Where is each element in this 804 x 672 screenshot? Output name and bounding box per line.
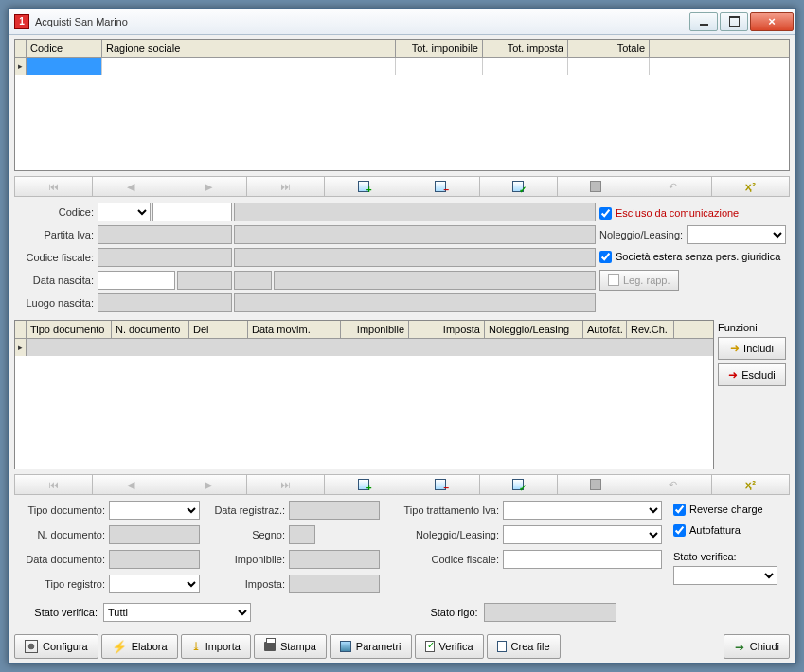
col-totale[interactable]: Totale [568, 40, 650, 57]
main-window: 1 Acquisti San Marino × Codice Ragione s… [8, 8, 796, 664]
escluso-row: Escluso da comunicazione [599, 203, 786, 222]
col-revch[interactable]: Rev.Ch. [627, 321, 674, 338]
nav-last-button[interactable]: ⏭ [246, 474, 324, 495]
data-registraz-input[interactable] [289, 501, 380, 520]
stato-verifica-filter-select[interactable]: Tutti [103, 603, 251, 622]
grid-top-body[interactable]: ▸ [15, 58, 789, 170]
cell-codice[interactable] [27, 58, 102, 75]
nav-next-button[interactable]: ▶ [170, 474, 247, 495]
codice-fiscale-input-2[interactable] [503, 550, 662, 569]
nav-delete-button[interactable] [402, 474, 479, 495]
refresh-icon: ҳ² [745, 181, 756, 193]
table-row[interactable]: ▸ [15, 58, 789, 75]
nav-edit-button[interactable] [479, 474, 557, 495]
col-tot-imposta[interactable]: Tot. imposta [483, 40, 568, 57]
nav-last-button[interactable]: ⏭ [246, 176, 324, 197]
cell-totale[interactable] [568, 58, 650, 75]
noleggio-leasing-select-2[interactable] [503, 525, 662, 544]
col-imponibile[interactable]: Imponibile [341, 321, 409, 338]
file-icon [497, 641, 507, 652]
nav-refresh-button[interactable]: ҳ² [711, 474, 790, 495]
col-tot-imponibile[interactable]: Tot. imponibile [396, 40, 483, 57]
configura-button[interactable]: Configura [14, 634, 98, 659]
nav-insert-button[interactable] [324, 474, 402, 495]
tipo-documento-select[interactable] [109, 501, 200, 520]
segno-label: Segno: [205, 529, 289, 540]
app-icon: 1 [14, 14, 29, 29]
nav-prev-button[interactable]: ◀ [92, 176, 170, 197]
verifica-button[interactable]: Verifica [415, 634, 484, 659]
leg-rapp-button[interactable]: Leg. rapp. [599, 270, 679, 291]
cell-ragione-sociale[interactable] [102, 58, 396, 75]
escluso-checkbox[interactable] [599, 207, 612, 220]
nav-cancel-button[interactable]: ↶ [634, 176, 711, 197]
nav-save-button[interactable] [557, 474, 634, 495]
elabora-button[interactable]: ⚡Elabora [101, 634, 178, 659]
imponibile-input[interactable] [289, 550, 380, 569]
partita-iva-desc [234, 225, 596, 244]
nav-delete-button[interactable] [402, 176, 479, 197]
grid-top[interactable]: Codice Ragione sociale Tot. imponibile T… [14, 39, 790, 171]
col-tipo-documento[interactable]: Tipo documento [27, 321, 112, 338]
nav-insert-button[interactable] [324, 176, 402, 197]
imposta-input[interactable] [289, 575, 380, 593]
col-del[interactable]: Del [189, 321, 248, 338]
grid-mid-body[interactable]: ▸ [15, 339, 713, 469]
stato-verifica-select[interactable] [673, 566, 777, 585]
col-codice[interactable]: Codice [27, 40, 102, 57]
cell-tot-imponibile[interactable] [396, 58, 483, 75]
col-ragione-sociale[interactable]: Ragione sociale [102, 40, 396, 57]
minimize-button[interactable] [689, 12, 718, 31]
nav-next-button[interactable]: ▶ [170, 176, 247, 197]
data-documento-input[interactable] [109, 550, 200, 569]
grid-mid-wrap: Tipo documento N. documento Del Data mov… [14, 320, 790, 469]
codice-select[interactable] [98, 203, 151, 221]
luogo-nascita-input[interactable] [98, 293, 232, 312]
col-imposta[interactable]: Imposta [409, 321, 485, 338]
codice-input[interactable] [152, 203, 232, 221]
cell-tot-imposta[interactable] [483, 58, 568, 75]
reverse-charge-checkbox[interactable] [673, 504, 686, 516]
escludi-button[interactable]: ➜ Escludi [718, 363, 786, 386]
segno-input[interactable] [289, 525, 315, 544]
nav-edit-button[interactable] [479, 176, 557, 197]
includi-button[interactable]: ➜ Includi [718, 337, 786, 360]
nav-first-button[interactable]: ⏮ [14, 474, 92, 495]
nav-cancel-button[interactable]: ↶ [634, 474, 711, 495]
grid-top-header: Codice Ragione sociale Tot. imponibile T… [15, 40, 789, 58]
n-documento-input[interactable] [109, 525, 200, 544]
partita-iva-input[interactable] [98, 225, 232, 244]
stato-verifica-label-2: Stato verifica: [673, 549, 777, 564]
noleggio-leasing-select[interactable] [687, 225, 786, 244]
data-nascita-input[interactable] [98, 271, 175, 290]
grid-top-navbar: ⏮ ◀ ▶ ⏭ ↶ ҳ² [14, 176, 790, 197]
maximize-button[interactable] [720, 12, 748, 31]
col-autofat[interactable]: Autofat. [583, 321, 627, 338]
stampa-button[interactable]: Stampa [254, 634, 327, 659]
codice-fiscale-input[interactable] [98, 248, 232, 267]
col-n-documento[interactable]: N. documento [112, 321, 189, 338]
nav-prev-button[interactable]: ◀ [92, 474, 170, 495]
funzioni-title: Funzioni [718, 322, 786, 333]
importa-button[interactable]: ⤓Importa [181, 634, 251, 659]
tipo-registro-select[interactable] [109, 575, 200, 593]
nav-refresh-button[interactable]: ҳ² [711, 176, 790, 197]
grid-mid[interactable]: Tipo documento N. documento Del Data mov… [14, 320, 714, 469]
table-row[interactable]: ▸ [15, 339, 713, 356]
autofattura-checkbox[interactable] [673, 524, 686, 537]
col-noleggio-leasing[interactable]: Noleggio/Leasing [485, 321, 583, 338]
tipo-trattamento-iva-select[interactable] [503, 501, 662, 520]
chiudi-button[interactable]: Chiudi [724, 634, 790, 659]
crea-file-button[interactable]: Crea file [487, 634, 561, 659]
nav-save-button[interactable] [557, 176, 634, 197]
societa-estera-checkbox[interactable] [599, 251, 612, 263]
parametri-button[interactable]: Parametri [330, 634, 412, 659]
data-registraz-label: Data registraz.: [205, 504, 289, 516]
col-data-movim[interactable]: Data movim. [248, 321, 341, 338]
close-button[interactable]: × [750, 12, 794, 31]
data-nascita-aux3 [274, 271, 596, 290]
params-icon [340, 641, 351, 652]
nav-first-button[interactable]: ⏮ [14, 176, 92, 197]
codice-fiscale-label: Codice fiscale: [14, 252, 98, 263]
lower-col-4: Reverse charge Autofattura Stato verific… [668, 500, 777, 596]
